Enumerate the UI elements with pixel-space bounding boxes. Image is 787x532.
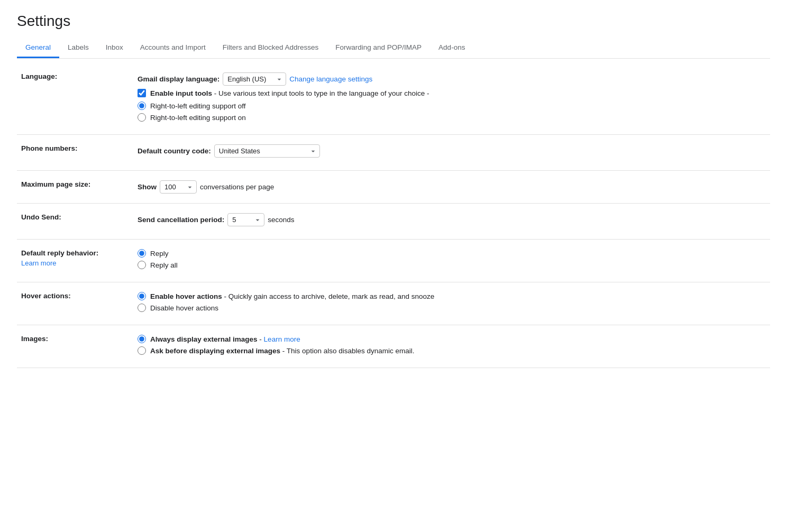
language-row: Language: Gmail display language: Englis…: [17, 63, 770, 135]
settings-tabs: General Labels Inbox Accounts and Import…: [17, 38, 770, 59]
disable-hover-radio[interactable]: [138, 304, 146, 312]
default-country-code-label: Default country code:: [138, 147, 211, 155]
reply-radio[interactable]: [138, 249, 146, 258]
phone-numbers-label: Phone numbers:: [21, 144, 78, 152]
ask-before-radio[interactable]: [138, 346, 146, 355]
undo-send-label: Undo Send:: [21, 213, 61, 221]
cancellation-period-label: Send cancellation period:: [138, 216, 224, 224]
conversations-per-page-label: conversations per page: [200, 183, 274, 191]
images-label: Images:: [21, 335, 48, 343]
enable-input-tools-label: Enable input tools - Use various text in…: [150, 89, 429, 97]
reply-label: Reply: [150, 250, 169, 258]
ask-before-label: Ask before displaying external images - …: [150, 347, 414, 355]
always-display-label: Always display external images - Learn m…: [150, 335, 300, 343]
default-reply-learn-more-link[interactable]: Learn more: [21, 259, 129, 267]
page-title: Settings: [17, 13, 770, 30]
tab-accounts-import[interactable]: Accounts and Import: [132, 38, 214, 58]
images-learn-more-link[interactable]: Learn more: [264, 335, 300, 343]
language-label: Language:: [21, 72, 57, 80]
hover-actions-row: Hover actions: Enable hover actions - Qu…: [17, 282, 770, 325]
show-label: Show: [138, 183, 157, 191]
change-language-link[interactable]: Change language settings: [289, 75, 372, 83]
rtl-on-radio[interactable]: [138, 113, 146, 122]
reply-all-label: Reply all: [150, 261, 178, 269]
reply-all-radio[interactable]: [138, 261, 146, 269]
display-language-label: Gmail display language:: [138, 75, 219, 83]
images-row: Images: Always display external images -…: [17, 325, 770, 368]
page-size-select[interactable]: 25 50 100: [160, 180, 197, 194]
tab-forwarding-pop[interactable]: Forwarding and POP/IMAP: [327, 38, 430, 58]
enable-input-tools-checkbox[interactable]: [138, 89, 146, 97]
always-display-radio[interactable]: [138, 335, 146, 343]
rtl-off-label: Right-to-left editing support off: [150, 102, 246, 110]
disable-hover-label: Disable hover actions: [150, 304, 218, 312]
tab-general[interactable]: General: [17, 38, 59, 58]
enable-hover-label: Enable hover actions - Quickly gain acce…: [150, 292, 434, 300]
seconds-label: seconds: [268, 216, 294, 224]
settings-table: Language: Gmail display language: Englis…: [17, 63, 770, 368]
country-code-select[interactable]: United States: [214, 144, 320, 158]
tab-inbox[interactable]: Inbox: [97, 38, 132, 58]
rtl-off-radio[interactable]: [138, 102, 146, 110]
phone-numbers-row: Phone numbers: Default country code: Uni…: [17, 135, 770, 171]
tab-labels[interactable]: Labels: [59, 38, 97, 58]
undo-send-row: Undo Send: Send cancellation period: 5 1…: [17, 204, 770, 240]
cancellation-period-select[interactable]: 5 10 20 30: [227, 213, 264, 226]
default-reply-row: Default reply behavior: Learn more Reply…: [17, 240, 770, 282]
tab-filters-blocked[interactable]: Filters and Blocked Addresses: [214, 38, 327, 58]
tab-addons[interactable]: Add-ons: [430, 38, 473, 58]
default-reply-label: Default reply behavior:: [21, 249, 98, 257]
enable-hover-radio[interactable]: [138, 292, 146, 300]
hover-actions-label: Hover actions:: [21, 292, 71, 300]
display-language-select[interactable]: English (US): [223, 72, 286, 86]
max-page-size-row: Maximum page size: Show 25 50 100 conver…: [17, 171, 770, 204]
max-page-size-label: Maximum page size:: [21, 180, 90, 188]
rtl-on-label: Right-to-left editing support on: [150, 114, 246, 122]
